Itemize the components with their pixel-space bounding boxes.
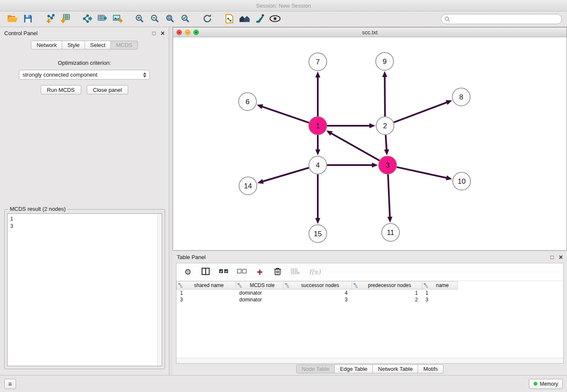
network-window-titlebar[interactable]: × − + scc.txt [173,28,567,37]
close-window-icon[interactable]: × [176,30,182,35]
zoom-selected-button[interactable] [178,13,193,25]
delete-column-button[interactable] [273,267,282,277]
cell-name[interactable]: 3 [422,296,458,303]
column-header-predecessor-nodes[interactable]: predecessor nodes [352,282,422,290]
table-row[interactable]: 3 dominator 3 2 3 [177,296,458,303]
save-session-button[interactable] [20,13,36,25]
float-panel-icon[interactable]: □ [152,30,156,36]
cell-name[interactable]: 1 [422,290,458,296]
cell-successor-nodes[interactable]: 3 [284,296,352,303]
minimize-window-icon[interactable]: − [185,30,190,35]
table-settings-button[interactable]: ⚙ [183,268,193,276]
control-panel: Control Panel □ × Network Style Select M… [0,27,169,375]
graph-edge-3-1[interactable] [330,133,379,160]
graph-edge-arrowhead [369,123,375,128]
graph-edge-3-10[interactable] [396,167,447,178]
plus-icon: + [257,268,263,276]
close-panel-button[interactable]: Close panel [87,85,129,94]
deselect-all-button[interactable] [237,269,247,275]
graph-edge-2-9[interactable] [385,76,385,116]
add-column-button[interactable]: + [255,268,264,276]
function-builder-button[interactable]: f(x) [309,268,320,276]
network-canvas[interactable]: 1234678910111415 [173,37,567,250]
close-panel-icon[interactable]: × [161,30,165,36]
tab-node-table[interactable]: Node Table [296,364,335,373]
memory-button[interactable]: Memory [529,379,563,389]
trash-icon [274,267,281,277]
export-network-button[interactable] [80,13,95,25]
select-arrows-icon [143,72,146,77]
graph-edge-arrowhead [257,179,264,184]
close-table-panel-icon[interactable]: × [559,254,563,260]
maximize-window-icon[interactable]: + [193,30,199,35]
search-field-wrap [441,14,562,24]
tab-network[interactable]: Network [31,41,62,50]
graph-edge-arrowhead [446,175,452,180]
show-graphics-button[interactable] [267,13,283,25]
export-network-icon [82,14,92,25]
zoom-fit-button[interactable] [162,13,178,25]
graph-edge-1-6[interactable] [261,106,309,122]
zoom-out-button[interactable] [147,13,162,25]
mcds-result-box[interactable]: 1 3 [7,213,162,366]
select-all-button[interactable] [219,269,228,275]
open-session-button[interactable] [5,13,20,25]
delete-table-button[interactable] [291,268,300,276]
cell-mcds-role[interactable]: dominator [236,296,284,303]
network-document-button[interactable] [222,13,237,25]
show-columns-button[interactable] [201,268,210,276]
export-table-button[interactable] [95,13,110,25]
main-toolbar [0,11,567,27]
style-brush-button[interactable] [252,13,267,25]
search-input[interactable] [441,14,562,24]
tab-motifs[interactable]: Motifs [418,364,443,373]
graph-edge-arrowhead [315,218,320,224]
table-delete-icon [291,268,300,276]
graph-edge-3-11[interactable] [388,174,390,218]
zoom-in-button[interactable] [132,13,147,25]
table-row[interactable]: 1 dominator 4 1 1 [177,290,458,296]
table-toolbar: ⚙ + f(x) [176,263,563,281]
cell-shared-name[interactable]: 1 [177,290,236,296]
home-button[interactable] [237,13,252,25]
tab-select[interactable]: Select [85,41,111,50]
cell-mcds-role[interactable]: dominator [236,290,284,296]
table-panel-title: Table Panel [177,254,206,260]
task-history-button[interactable]: ≡ [4,379,16,389]
criterion-select[interactable]: strongly connected component [19,70,150,80]
import-table-icon [60,14,70,25]
cell-predecessor-nodes[interactable]: 2 [352,296,422,303]
cell-successor-nodes[interactable]: 4 [284,290,352,296]
cell-shared-name[interactable]: 3 [177,296,236,303]
table-panel-tabs: Node Table Edge Table Network Table Moti… [173,364,567,373]
graph-edge-2-3[interactable] [385,135,386,150]
tab-mcds[interactable]: MCDS [111,41,138,50]
graph-node-label: 4 [316,161,319,169]
column-header-shared-name[interactable]: shared name [177,282,236,290]
column-header-name[interactable]: name [422,282,458,290]
tab-network-table[interactable]: Network Table [373,364,418,373]
import-network-button[interactable] [42,13,58,25]
window-titlebar[interactable]: Session: New Session [0,0,567,11]
brush-icon [255,14,265,25]
tab-style[interactable]: Style [62,41,85,50]
graph-edge-4-14[interactable] [262,168,309,182]
control-panel-header: Control Panel □ × [0,27,169,39]
graph-edge-2-8[interactable] [394,102,448,122]
float-table-panel-icon[interactable]: □ [550,254,554,260]
mcds-result-line: 3 [8,222,162,229]
eye-icon [269,15,281,24]
network-document-icon [225,14,234,25]
table-header-row: shared name MCDS role successor nodes pr… [177,282,458,290]
export-image-button[interactable] [110,13,125,25]
tab-edge-table[interactable]: Edge Table [335,364,373,373]
table-horizontal-scrollbar[interactable] [176,358,563,363]
cell-predecessor-nodes[interactable]: 1 [352,290,422,296]
result-scrollbar[interactable] [157,214,162,366]
apply-layout-button[interactable] [200,13,215,25]
import-table-button[interactable] [58,13,73,25]
table-panel-body: ⚙ + f(x) [176,263,564,364]
column-header-successor-nodes[interactable]: successor nodes [284,282,352,290]
run-mcds-button[interactable]: Run MCDS [41,85,81,94]
column-header-mcds-role[interactable]: MCDS role [236,282,284,290]
